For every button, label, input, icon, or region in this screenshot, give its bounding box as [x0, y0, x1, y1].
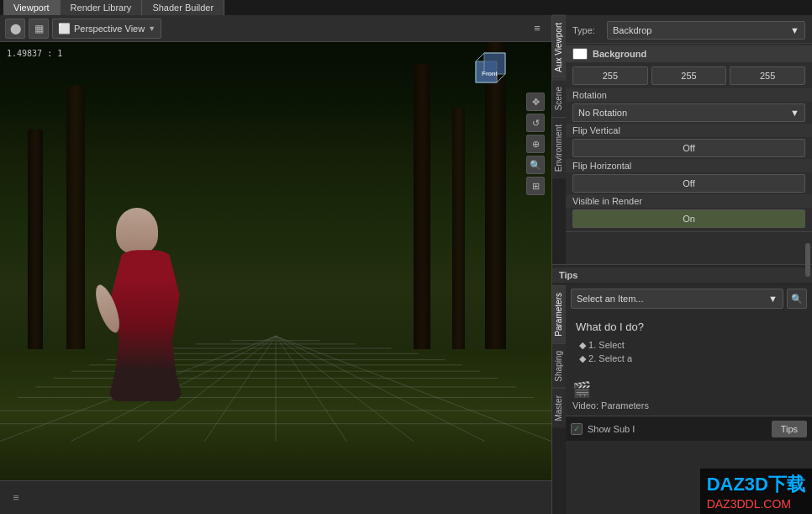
svg-line-17: [276, 336, 347, 441]
type-label: Type:: [572, 25, 602, 35]
vtab-scene[interactable]: Scene: [552, 79, 566, 117]
vtab-aux-viewport[interactable]: Aux Viewport: [552, 15, 566, 79]
params-vertical-tabs: Parameters Shaping Master: [552, 285, 566, 514]
what-do-step1: ◆ 1. Select: [576, 340, 802, 351]
grid-icon: ▦: [34, 23, 44, 34]
right-panel: Aux Viewport Scene Environment Type: Bac…: [551, 15, 812, 514]
what-do-title: What do I do?: [576, 321, 802, 333]
perspective-dropdown[interactable]: ⬜ Perspective View ▼: [52, 19, 161, 39]
chevron-down-icon: ▼: [148, 24, 156, 33]
background-label: Background: [593, 49, 646, 59]
watermark: DAZ3D下载 DAZ3DDL.COM: [700, 469, 812, 514]
visible-render-toggle[interactable]: On: [572, 209, 805, 228]
rotation-value: No Rotation: [578, 108, 627, 118]
aspect-ratio-label: 1.49837 : 1: [7, 49, 62, 58]
bg-color-row: 255 255 255: [566, 64, 812, 87]
background-section-header: Background: [566, 45, 812, 62]
tips-header: Tips: [552, 268, 812, 283]
checkmark-icon: ✓: [573, 424, 580, 433]
flip-horizontal-toggle[interactable]: Off: [572, 174, 805, 193]
side-tools: ✥ ↺ ⊕ 🔍 ⊞: [526, 93, 545, 195]
what-do-section: What do I do? ◆ 1. Select ◆ 2. Select a: [566, 312, 812, 375]
visible-render-label: Visible in Render: [572, 196, 805, 206]
bullet1-icon: ◆: [579, 340, 586, 350]
viewport-canvas[interactable]: 1.49837 : 1 Front ✥ ↺ ⊕ 🔍 ⊞: [0, 42, 551, 480]
flip-horizontal-value: Off: [683, 178, 694, 188]
rotation-section-header: Rotation: [566, 88, 812, 102]
viewport-toolbar: ⬤ ▦ ⬜ Perspective View ▼ ≡: [0, 15, 551, 42]
vtab-environment[interactable]: Environment: [552, 117, 566, 178]
search-button[interactable]: 🔍: [787, 289, 807, 309]
bottom-bar: ✓ Show Sub I Tips: [566, 416, 812, 441]
what-do-step2: ◆ 2. Select a: [576, 353, 802, 364]
select-item-row: Select an Item... ▼ 🔍: [566, 285, 812, 312]
watermark-text-main: DAZ3D下载: [707, 472, 805, 497]
rotation-label: Rotation: [572, 90, 805, 100]
bg-r-input[interactable]: 255: [572, 66, 648, 85]
navigation-cube[interactable]: Front: [472, 49, 509, 87]
sphere-view-button[interactable]: ⬤: [5, 19, 25, 39]
vtab-shaping[interactable]: Shaping: [552, 343, 566, 389]
main-layout: ⬤ ▦ ⬜ Perspective View ▼ ≡: [0, 15, 812, 514]
rotation-chevron-icon: ▼: [790, 108, 799, 118]
viewport-bottom-bar: ≡: [0, 480, 551, 514]
scroll-indicator[interactable]: [805, 243, 810, 277]
flip-horizontal-label: Flip Horizontal: [572, 161, 805, 171]
show-sub-label: Show Sub I: [588, 424, 635, 434]
tips-panel: Tips: [552, 264, 812, 285]
tab-shader-builder[interactable]: Shader Builder: [142, 0, 224, 15]
flip-vertical-toggle[interactable]: Off: [572, 139, 805, 157]
visible-render-row: Visible in Render: [566, 194, 812, 208]
bg-color-swatch[interactable]: [572, 48, 588, 60]
svg-line-20: [276, 336, 551, 441]
select-item-label: Select an Item...: [577, 294, 643, 304]
char-head: [116, 208, 158, 254]
type-row: Type: Backdrop ▼: [566, 19, 812, 44]
svg-text:Front: Front: [482, 70, 498, 77]
rotate-tool-button[interactable]: ↺: [526, 114, 545, 132]
frame-tool-button[interactable]: ⊞: [526, 177, 545, 195]
flip-horizontal-row: Flip Horizontal: [566, 159, 812, 172]
search-icon: 🔍: [791, 294, 803, 305]
vtab-parameters[interactable]: Parameters: [552, 285, 566, 343]
type-value: Backdrop: [613, 25, 651, 35]
flip-vertical-value: Off: [683, 143, 694, 153]
tips-tab-button[interactable]: Tips: [772, 421, 807, 437]
svg-line-18: [276, 336, 414, 441]
type-dropdown[interactable]: Backdrop ▼: [607, 21, 805, 40]
film-icon: 🎬: [572, 380, 805, 399]
svg-line-19: [276, 336, 485, 441]
sphere-icon: ⬤: [10, 23, 21, 34]
bg-b-input[interactable]: 255: [730, 66, 805, 85]
aux-panel: Aux Viewport Scene Environment Type: Bac…: [552, 15, 812, 264]
list-icon-btn[interactable]: ≡: [7, 489, 25, 507]
lines-icon: ≡: [534, 22, 540, 34]
move-tool-button[interactable]: ✥: [526, 93, 545, 111]
zoom-tool-button[interactable]: 🔍: [526, 156, 545, 174]
perspective-icon: ⬜: [58, 23, 71, 34]
tab-render-library[interactable]: Render Library: [61, 0, 143, 15]
type-chevron-icon: ▼: [790, 25, 799, 35]
vtab-master[interactable]: Master: [552, 388, 566, 428]
scale-tool-button[interactable]: ⊕: [526, 135, 545, 153]
watermark-text-sub: DAZ3DDL.COM: [707, 497, 805, 511]
bg-g-input[interactable]: 255: [651, 66, 727, 85]
visible-render-value: On: [683, 214, 695, 224]
rotation-dropdown[interactable]: No Rotation ▼: [572, 103, 805, 122]
vertical-tabs: Aux Viewport Scene Environment: [552, 15, 566, 264]
aux-panel-content: Type: Backdrop ▼ Background 255 255 255: [566, 15, 812, 264]
grid-view-button[interactable]: ▦: [29, 19, 49, 39]
flip-vertical-label: Flip Vertical: [572, 125, 805, 135]
select-item-dropdown[interactable]: Select an Item... ▼: [571, 289, 783, 309]
show-sub-checkbox[interactable]: ✓: [571, 423, 583, 435]
tab-viewport[interactable]: Viewport: [3, 0, 61, 15]
media-section: 🎬 Video: Parameters: [566, 375, 812, 416]
menu-lines-button[interactable]: ≡: [528, 19, 546, 38]
grid-floor: [0, 283, 551, 458]
character-figure: [99, 233, 200, 401]
top-tab-bar: Viewport Render Library Shader Builder: [0, 0, 812, 15]
bullet2-icon: ◆: [579, 353, 586, 363]
flip-vertical-row: Flip Vertical: [566, 124, 812, 137]
video-label: Video: Parameters: [572, 400, 805, 411]
svg-line-15: [204, 336, 276, 441]
